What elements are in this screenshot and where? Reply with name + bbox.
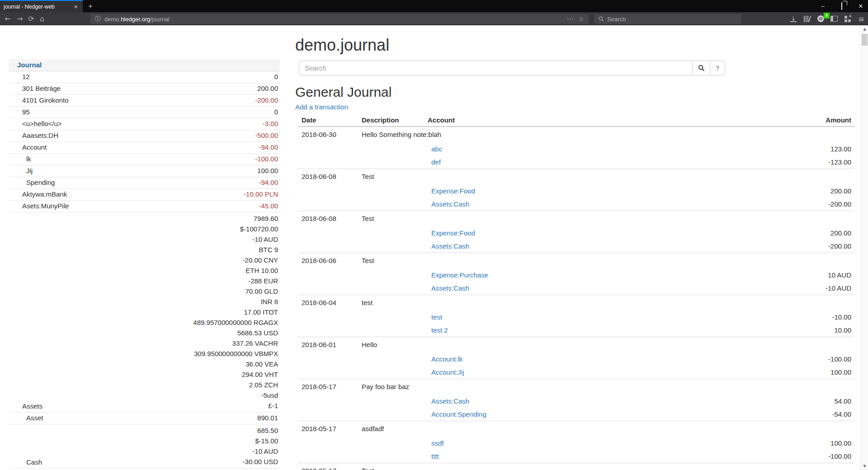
sidebar-account-link[interactable]: Spending: [9, 178, 259, 187]
journal-table: Date Description Account Amount 2018-06-…: [298, 114, 855, 470]
navigation-toolbar: ← → ⟳ ⌂ ⓘ demo.hledger.org/journal ⋯ ☆ S…: [0, 12, 868, 25]
transaction: 2018-06-08TestExpense:Food200.00Assets:C…: [298, 169, 855, 211]
sidebar-account-link[interactable]: <u>hello</u>: [9, 119, 263, 128]
posting-account-link[interactable]: def: [431, 158, 441, 166]
posting-account-link[interactable]: Account:lk: [431, 355, 462, 363]
help-button[interactable]: ?: [710, 61, 725, 75]
account-balance-cell: -100.00: [255, 155, 278, 164]
posting-account-link[interactable]: Assets:Cash: [431, 242, 469, 250]
account-balance: -500.00: [255, 131, 278, 140]
sidebar-account-link[interactable]: Asets:MunyPile: [9, 202, 259, 211]
posting-account-link[interactable]: ssdf: [431, 439, 444, 447]
sidebar-account-link[interactable]: lk: [9, 155, 255, 164]
sidebar-account-link[interactable]: Aktywa:mBank: [9, 190, 244, 199]
account-balance: -3.00: [263, 119, 278, 128]
journal-link[interactable]: Journal: [17, 61, 42, 69]
sidebar-account-link[interactable]: 12: [9, 72, 274, 81]
posting-account-link[interactable]: tttt: [431, 452, 439, 460]
search-input[interactable]: [299, 61, 693, 75]
transaction-date: 2018-05-17: [298, 421, 362, 437]
posting-account-link[interactable]: Account:Jij: [431, 368, 464, 376]
account-balance: 294.00 VHT: [193, 369, 278, 380]
account-balance: 2.05 ZCH: [193, 380, 278, 390]
browser-search-field[interactable]: Search: [594, 14, 741, 24]
posting-account-link[interactable]: Account:Spending: [431, 410, 486, 418]
restore-icon[interactable]: [838, 3, 845, 9]
transaction-date: 2018-05-17: [298, 379, 362, 395]
sidebar-account-link[interactable]: 95: [9, 108, 274, 117]
posting-amount: -200.00: [737, 240, 855, 253]
vertical-scrollbar[interactable]: ▲ ▼: [860, 25, 868, 470]
posting-account-link[interactable]: Assets:Cash: [431, 397, 469, 405]
transaction-title-row[interactable]: 2018-06-08Test: [298, 211, 855, 227]
search-button[interactable]: [693, 61, 710, 75]
sidebar-account-link[interactable]: Account: [9, 143, 259, 152]
minimize-icon[interactable]: –: [819, 3, 826, 9]
new-tab-button[interactable]: +: [85, 1, 95, 11]
search-icon: [599, 16, 604, 22]
posting-account-link[interactable]: abc: [431, 145, 442, 153]
account-balance: 489.957000000000 RGAGX: [193, 317, 278, 328]
account-balance: -94.00: [259, 143, 278, 152]
forward-icon[interactable]: →: [14, 12, 26, 25]
posting-account-link[interactable]: Expense:Purchase: [431, 271, 488, 279]
bookmark-star-icon[interactable]: ☆: [578, 15, 584, 23]
reload-icon[interactable]: ⟳: [25, 12, 37, 25]
sidebar-toggle-icon[interactable]: [828, 12, 840, 25]
account-balance: 309.950000000000 VBMPX: [193, 348, 278, 359]
account-balance: 200.00: [257, 84, 278, 93]
scrollbar-thumb[interactable]: [862, 34, 868, 46]
sidebar-account-row: Asset890.01: [9, 413, 280, 424]
transaction-title-row[interactable]: 2018-05-17Test: [298, 463, 855, 470]
transaction-description: Test: [362, 463, 855, 470]
page-actions-icon[interactable]: ⋯: [566, 15, 574, 23]
url-bar[interactable]: ⓘ demo.hledger.org/journal ⋯ ☆: [90, 14, 589, 24]
transaction-title-row[interactable]: 2018-06-30Hello Something note:blah: [298, 127, 855, 142]
sidebar-account-row: Assets7989.60$-100720.00-10 AUDBTC 9-20.…: [9, 212, 280, 413]
sidebar-account-link[interactable]: Assets: [9, 402, 193, 411]
posting-row: ssdf100.00: [298, 437, 855, 450]
transaction-title-row[interactable]: 2018-06-06Test: [298, 253, 855, 269]
sidebar-account-link[interactable]: Asset: [9, 414, 257, 423]
transaction-title-row[interactable]: 2018-06-01Hello: [298, 337, 855, 353]
posting-account-link[interactable]: test: [431, 313, 442, 321]
posting-account-link[interactable]: test 2: [431, 326, 448, 334]
account-balance: $-15.00: [243, 436, 278, 446]
scroll-up-icon[interactable]: ▲: [861, 25, 868, 33]
download-icon[interactable]: ↓: [787, 12, 800, 25]
info-icon[interactable]: ⓘ: [95, 15, 101, 23]
tab-close-icon[interactable]: ×: [73, 4, 79, 10]
scroll-down-icon[interactable]: ▼: [861, 462, 868, 470]
transaction-description: Hello Something note:blah: [362, 127, 855, 142]
transaction: 2018-06-30Hello Something note:blahabc12…: [298, 127, 855, 169]
screenshot-grid-icon[interactable]: [841, 12, 854, 25]
account-balance-cell: 685.50$-15.00-10 AUD-30.00 USD: [243, 425, 278, 467]
transaction-title-row[interactable]: 2018-05-17Pay foo bar baz: [298, 379, 855, 395]
sidebar-account-link[interactable]: 4101 Girokonto: [9, 96, 255, 105]
extension-icon[interactable]: 0: [814, 12, 827, 25]
sidebar-account-link[interactable]: Aaasets:DH: [9, 131, 255, 140]
page-title: demo.journal: [295, 36, 855, 54]
posting-account-link[interactable]: Expense:Food: [431, 229, 475, 237]
close-icon[interactable]: ×: [857, 2, 864, 11]
posting-account-link[interactable]: Expense:Food: [431, 187, 475, 195]
transaction-title-row[interactable]: 2018-06-04test: [298, 295, 855, 311]
transaction-title-row[interactable]: 2018-06-08Test: [298, 169, 855, 185]
back-icon[interactable]: ←: [2, 12, 14, 25]
add-transaction-link[interactable]: Add a transaction: [295, 103, 348, 112]
sidebar-account-link[interactable]: Jij: [9, 166, 257, 175]
col-header-date: Date: [298, 114, 362, 127]
posting-account-link[interactable]: Assets:Cash: [431, 200, 469, 208]
sidebar-account-link[interactable]: 301 Beiträge: [9, 84, 257, 93]
posting-amount: 100.00: [737, 366, 855, 379]
account-balance: 890.01: [257, 414, 278, 423]
library-icon[interactable]: [801, 12, 813, 25]
posting-account-link[interactable]: Assets:Cash: [431, 284, 469, 292]
home-icon[interactable]: ⌂: [36, 12, 48, 25]
sidebar-account-link[interactable]: Cash: [9, 458, 243, 467]
transaction-title-row[interactable]: 2018-05-17asdfadf: [298, 421, 855, 437]
col-header-description: Description: [362, 114, 428, 127]
posting-amount: -54.00: [737, 408, 855, 421]
browser-tab[interactable]: journal - hledger-web ×: [0, 0, 83, 12]
menu-icon[interactable]: ≡: [855, 12, 868, 25]
